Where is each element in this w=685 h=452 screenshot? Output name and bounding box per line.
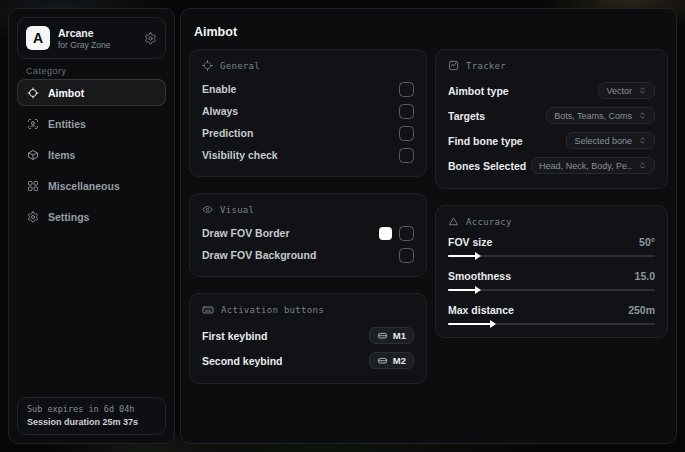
card-tracker: Tracker Aimbot type Vector Targets Bots,… (435, 49, 668, 189)
card-activation-header: Activation buttons (202, 304, 414, 316)
slider-fill (448, 255, 479, 257)
card-accuracy: Accuracy FOV size 50° Smoothness 15.0 (435, 205, 668, 338)
setting-row-aimbot-type: Aimbot type Vector (448, 78, 655, 103)
setting-row-draw-fov-border: Draw FOV Border (202, 222, 414, 244)
setting-row-always: Always (202, 100, 414, 122)
select-value: Selected bone (574, 136, 632, 146)
setting-row-find-bone-type: Find bone type Selected bone (448, 128, 655, 153)
sidebar-menu: Aimbot Entities Items Miscellaneous Sett… (17, 79, 166, 234)
app-subtitle: for Gray Zone (58, 40, 110, 50)
keyboard-icon (202, 304, 214, 316)
setting-label: Targets (448, 110, 485, 122)
select-value: Vector (606, 86, 632, 96)
setting-label: Second keybind (202, 355, 283, 367)
prediction-checkbox[interactable] (399, 126, 414, 141)
aimbot-type-select[interactable]: Vector (598, 82, 655, 99)
smoothness-slider[interactable] (448, 289, 655, 291)
setting-label: Find bone type (448, 135, 523, 147)
setting-row-max-distance: Max distance 250m (448, 302, 655, 325)
app-titles: Arcane for Gray Zone (58, 27, 110, 50)
sidebar-item-miscellaneous[interactable]: Miscellaneous (17, 172, 166, 199)
subscription-footer: Sub expires in 6d 04h Session duration 2… (17, 397, 166, 435)
setting-row-fov-size: FOV size 50° (448, 234, 655, 257)
setting-label: FOV size (448, 236, 492, 248)
keybind-value: M2 (393, 355, 406, 366)
activity-icon (448, 60, 459, 71)
sidebar-item-aimbot[interactable]: Aimbot (17, 79, 166, 106)
second-keybind-button[interactable]: M2 (369, 352, 414, 369)
visibility-check-checkbox[interactable] (399, 148, 414, 163)
select-value: Bots, Teams, Coms (554, 111, 632, 121)
setting-label: Max distance (448, 304, 514, 316)
sidebar-item-label: Aimbot (48, 87, 84, 99)
card-accuracy-header: Accuracy (448, 216, 655, 227)
sub-expires-text: Sub expires in 6d 04h (27, 404, 156, 414)
app-name: Arcane (58, 27, 110, 39)
targets-select[interactable]: Bots, Teams, Coms (546, 107, 655, 124)
setting-label: Prediction (202, 127, 253, 139)
setting-row-prediction: Prediction (202, 122, 414, 144)
setting-label: Draw FOV Border (202, 227, 290, 239)
slider-fill (448, 289, 479, 291)
sidebar-item-settings[interactable]: Settings (17, 203, 166, 230)
category-label: Category (26, 66, 67, 76)
chevron-up-down-icon (638, 111, 647, 120)
card-general-header: General (202, 60, 414, 71)
bones-selected-select[interactable]: Head, Neck, Body, Pe.. (531, 157, 655, 174)
setting-row-first-keybind: First keybind M1 (202, 323, 414, 348)
left-column: General Enable Always Prediction Visibil… (189, 49, 427, 400)
person-scan-icon (27, 118, 39, 130)
gear-icon[interactable] (144, 32, 157, 45)
always-checkbox[interactable] (399, 104, 414, 119)
slider-thumb[interactable] (490, 320, 496, 328)
slider-thumb[interactable] (475, 252, 481, 260)
first-keybind-button[interactable]: M1 (369, 327, 414, 344)
card-title: Tracker (466, 61, 506, 71)
chevron-up-down-icon (638, 86, 647, 95)
slider-fill (448, 323, 494, 325)
keybind-value: M1 (393, 330, 406, 341)
sidebar-item-label: Miscellaneous (48, 180, 120, 192)
crosshair-icon (202, 60, 213, 71)
sidebar-item-entities[interactable]: Entities (17, 110, 166, 137)
select-value: Head, Neck, Body, Pe.. (539, 161, 632, 171)
app-logo: A (26, 26, 50, 50)
card-title: Visual (220, 205, 254, 215)
find-bone-type-select[interactable]: Selected bone (566, 132, 655, 149)
draw-fov-border-checkbox[interactable] (399, 226, 414, 241)
setting-row-targets: Targets Bots, Teams, Coms (448, 103, 655, 128)
max-distance-slider[interactable] (448, 323, 655, 325)
sidebar-item-label: Entities (48, 118, 86, 130)
slider-thumb[interactable] (475, 286, 481, 294)
setting-label: Visibility check (202, 149, 278, 161)
sidebar-item-items[interactable]: Items (17, 141, 166, 168)
eye-icon (202, 204, 213, 215)
card-title: Activation buttons (221, 305, 324, 315)
card-title: General (220, 61, 260, 71)
grid-icon (27, 180, 39, 192)
draw-fov-background-checkbox[interactable] (399, 248, 414, 263)
session-duration-text: Session duration 25m 37s (27, 417, 156, 427)
sidebar: A Arcane for Gray Zone Category Aimbot E… (8, 8, 175, 444)
setting-label: Aimbot type (448, 85, 509, 97)
right-column: Tracker Aimbot type Vector Targets Bots,… (435, 49, 668, 354)
slider-value: 250m (628, 304, 655, 316)
setting-label: Enable (202, 83, 236, 95)
mouse-icon (377, 355, 388, 366)
fov-size-slider[interactable] (448, 255, 655, 257)
setting-row-visibility-check: Visibility check (202, 144, 414, 166)
setting-row-enable: Enable (202, 78, 414, 100)
chevron-up-down-icon (638, 161, 647, 170)
page-title: Aimbot (194, 25, 237, 39)
enable-checkbox[interactable] (399, 82, 414, 97)
sidebar-item-label: Settings (48, 211, 89, 223)
setting-row-second-keybind: Second keybind M2 (202, 348, 414, 373)
setting-row-draw-fov-background: Draw FOV Background (202, 244, 414, 266)
gear-icon (27, 211, 39, 223)
setting-label: Draw FOV Background (202, 249, 316, 261)
main-panel: Aimbot General Enable Always Prediction (180, 8, 677, 444)
app-header: A Arcane for Gray Zone (17, 17, 166, 59)
color-swatch[interactable] (379, 227, 392, 240)
card-general: General Enable Always Prediction Visibil… (189, 49, 427, 177)
chevron-up-down-icon (638, 136, 647, 145)
